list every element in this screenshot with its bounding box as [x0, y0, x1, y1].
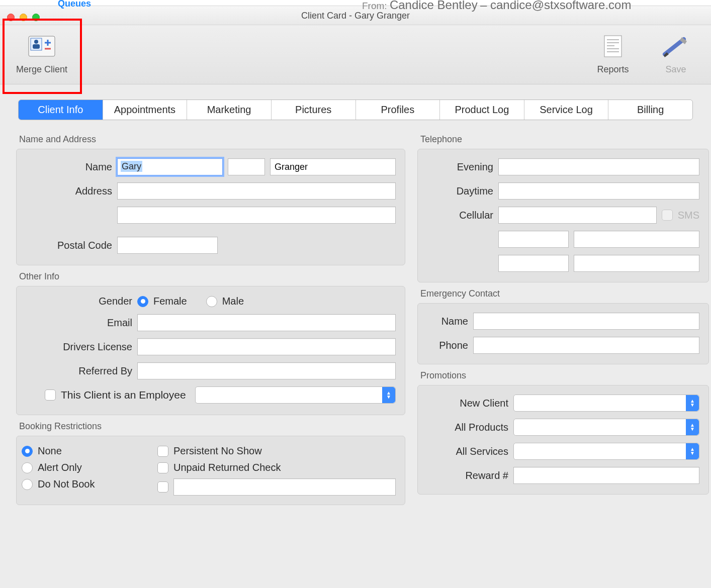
address-label: Address — [22, 185, 112, 197]
booking-other-input[interactable] — [173, 478, 396, 496]
booking-none-label: None — [38, 445, 62, 457]
gender-label: Gender — [22, 296, 132, 307]
unpaid-checkbox[interactable] — [157, 462, 168, 473]
new-client-label: New Client — [423, 398, 508, 409]
merge-client-label: Merge Client — [9, 64, 74, 75]
save-button[interactable]: Save — [656, 31, 696, 75]
email-input[interactable] — [137, 314, 396, 331]
employee-select[interactable]: ▲▼ — [195, 386, 396, 404]
booking-donot-label: Do Not Book — [38, 478, 95, 490]
emergency-title: Emergency Contact — [420, 288, 709, 299]
name-address-panel: Name Gary Address Postal Code — [16, 149, 405, 265]
toolbar: Merge Client Reports Save — [0, 25, 711, 84]
background-window-strip: Queues From: Candice Bentley – candice@s… — [0, 0, 711, 6]
postal-input[interactable] — [117, 237, 218, 254]
cellular-label: Cellular — [423, 210, 493, 221]
emergency-name-input[interactable] — [473, 313, 699, 330]
daytime-input[interactable] — [498, 182, 699, 200]
employee-label: This Client is an Employee — [61, 389, 186, 401]
merge-client-icon — [9, 31, 74, 61]
tab-product-log[interactable]: Product Log — [440, 100, 524, 120]
reports-label: Reports — [590, 64, 636, 75]
booking-panel: None Alert Only Do Not Book Persistent N… — [16, 436, 405, 505]
name-label: Name — [22, 161, 112, 173]
telephone-title: Telephone — [420, 134, 709, 145]
booking-donot-radio[interactable] — [22, 479, 33, 490]
license-input[interactable] — [137, 338, 396, 355]
last-name-input[interactable] — [270, 158, 396, 175]
employee-checkbox[interactable] — [45, 389, 56, 401]
name-address-title: Name and Address — [19, 134, 405, 145]
tab-profiles[interactable]: Profiles — [356, 100, 440, 120]
phone-extra1-label-input[interactable] — [498, 231, 569, 248]
evening-input[interactable] — [498, 158, 699, 175]
referred-label: Referred By — [22, 365, 132, 377]
zoom-window-button[interactable] — [32, 14, 40, 21]
sms-label: SMS — [678, 210, 699, 221]
chevron-updown-icon: ▲▼ — [686, 419, 699, 435]
phone-extra2-input[interactable] — [574, 255, 699, 272]
booking-alert-label: Alert Only — [38, 462, 82, 473]
save-icon — [656, 31, 696, 61]
save-label: Save — [656, 64, 696, 75]
gender-male-radio[interactable] — [206, 296, 217, 307]
unpaid-label: Unpaid Returned Check — [173, 462, 281, 473]
booking-alert-radio[interactable] — [22, 462, 33, 473]
tab-appointments[interactable]: Appointments — [103, 100, 188, 120]
tab-pictures[interactable]: Pictures — [272, 100, 356, 120]
phone-extra2-label-input[interactable] — [498, 255, 569, 272]
booking-other-checkbox[interactable] — [157, 481, 168, 493]
phone-extra1-input[interactable] — [574, 231, 699, 248]
gender-female-radio[interactable] — [137, 296, 148, 307]
persistent-label: Persistent No Show — [173, 445, 262, 457]
cellular-input[interactable] — [498, 207, 657, 224]
minimize-window-button[interactable] — [20, 14, 27, 21]
new-client-select[interactable]: ▲▼ — [513, 395, 699, 412]
tab-service-log[interactable]: Service Log — [524, 100, 609, 120]
sms-checkbox[interactable] — [662, 210, 673, 221]
address1-input[interactable] — [117, 182, 396, 200]
from-name: Candice Bentley — [390, 0, 478, 12]
svg-point-2 — [34, 40, 38, 44]
license-label: Drivers License — [22, 341, 132, 353]
emergency-phone-input[interactable] — [473, 337, 699, 354]
booking-none-radio[interactable] — [22, 446, 33, 457]
email-label: Email — [22, 317, 132, 329]
chevron-updown-icon: ▲▼ — [382, 387, 395, 403]
other-info-panel: Gender Female Male Email Drivers License… — [16, 286, 405, 415]
promotions-title: Promotions — [420, 370, 709, 381]
chevron-updown-icon: ▲▼ — [686, 395, 699, 411]
from-dash: – — [480, 0, 490, 12]
from-email: candice@stxsoftware.com — [490, 0, 631, 12]
male-label: Male — [222, 296, 244, 307]
all-services-label: All Services — [423, 446, 508, 457]
reports-icon — [590, 31, 636, 61]
daytime-label: Daytime — [423, 185, 493, 197]
tab-bar: Client Info Appointments Marketing Pictu… — [18, 100, 693, 120]
referred-input[interactable] — [137, 362, 396, 379]
reports-button[interactable]: Reports — [590, 31, 636, 75]
merge-client-button[interactable]: Merge Client — [9, 31, 74, 75]
emergency-name-label: Name — [423, 316, 468, 327]
tab-marketing[interactable]: Marketing — [187, 100, 272, 120]
reward-label: Reward # — [423, 470, 508, 481]
all-products-select[interactable]: ▲▼ — [513, 419, 699, 436]
telephone-panel: Evening Daytime Cellular SMS — [417, 149, 709, 282]
middle-name-input[interactable] — [228, 158, 265, 175]
postal-label: Postal Code — [22, 240, 112, 251]
persistent-checkbox[interactable] — [157, 446, 168, 457]
emergency-phone-label: Phone — [423, 340, 468, 351]
first-name-input[interactable] — [117, 158, 223, 175]
other-info-title: Other Info — [19, 271, 405, 282]
close-window-button[interactable] — [7, 14, 15, 21]
reward-input[interactable] — [513, 467, 699, 484]
emergency-panel: Name Phone — [417, 303, 709, 364]
all-services-select[interactable]: ▲▼ — [513, 443, 699, 460]
address2-input[interactable] — [117, 207, 396, 224]
svg-rect-3 — [33, 44, 40, 49]
tab-billing[interactable]: Billing — [608, 100, 692, 120]
from-label: From: — [362, 1, 387, 11]
booking-title: Booking Restrictions — [19, 421, 405, 432]
promotions-panel: New Client▲▼ All Products▲▼ All Services… — [417, 385, 709, 495]
tab-client-info[interactable]: Client Info — [19, 100, 103, 120]
